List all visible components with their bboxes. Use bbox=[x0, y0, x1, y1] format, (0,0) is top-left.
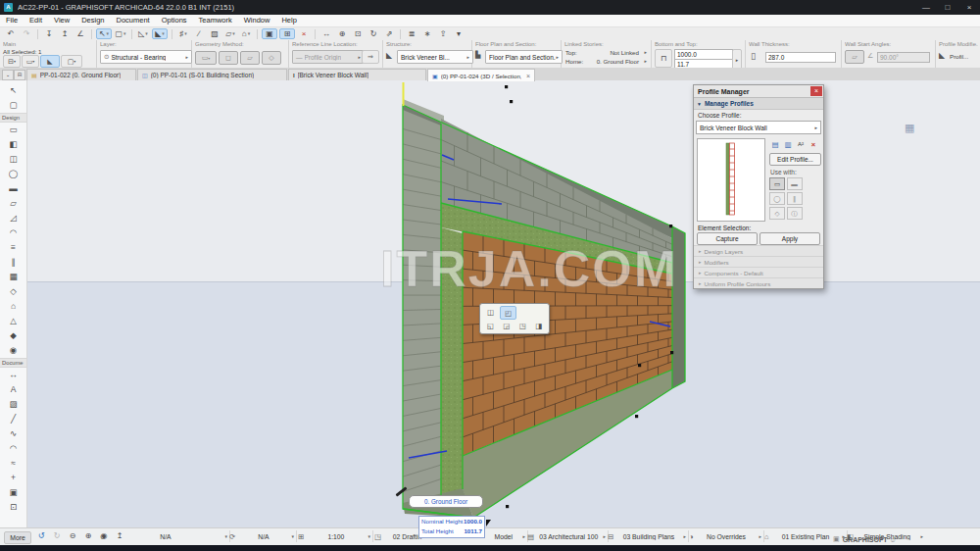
override-icon: ◑ bbox=[689, 532, 694, 541]
capture-button[interactable]: Capture bbox=[697, 232, 758, 245]
window-tool-icon[interactable]: ◫ bbox=[5, 153, 22, 166]
graphisoft-brand: ▣ GRAPHISOFT ☺ bbox=[833, 535, 897, 543]
manage-profiles-section[interactable]: ▼ Manage Profiles bbox=[694, 98, 823, 110]
dimension-tool-icon[interactable]: ↔ bbox=[5, 369, 22, 381]
toolbox: ↖▢ Design ▭◧◫◯▬▱◿◠≡∥▦◇⌂△◆◉ Docume ↔A▨╱∿◠… bbox=[0, 80, 27, 527]
layer-combination-dropdown[interactable]: ▤ 03 Architectural 100▸ bbox=[525, 530, 609, 542]
duplicate-profile-icon[interactable]: ▥ bbox=[782, 139, 794, 150]
new-profile-icon[interactable]: ▤ bbox=[769, 139, 781, 150]
back-icon[interactable]: ↺ bbox=[34, 530, 48, 541]
stretch-icon[interactable]: ◫ bbox=[483, 306, 498, 318]
zone-tool-icon[interactable]: ⌂ bbox=[5, 300, 22, 313]
object-tool-icon[interactable]: ◆ bbox=[5, 329, 22, 342]
text-tool-icon[interactable]: A bbox=[5, 383, 22, 396]
magnifier-icon: ⊙ bbox=[100, 532, 106, 541]
profile-preview bbox=[697, 138, 765, 222]
tracker-value: 1000.0 bbox=[464, 517, 482, 526]
tracker-value: 1011.7 bbox=[464, 526, 482, 536]
more-button[interactable]: More bbox=[4, 531, 31, 544]
mirror-icon[interactable]: ◲ bbox=[500, 320, 514, 331]
slab-tool-icon[interactable]: ▱ bbox=[5, 197, 22, 210]
fill-tool-icon[interactable]: ▨ bbox=[5, 398, 22, 411]
3d-tab-icon: ▣ bbox=[432, 73, 438, 79]
model-paper-dropdown[interactable]: Model▸ bbox=[484, 530, 528, 542]
other-icon[interactable]: ◇ bbox=[769, 207, 785, 220]
move-icon[interactable]: ◰ bbox=[500, 306, 516, 320]
orientation-dropdown[interactable]: ⟳ N/A▾ bbox=[227, 530, 297, 542]
chevron-down-icon: ▼ bbox=[697, 101, 702, 107]
scale-icon: ⊞ bbox=[298, 532, 304, 541]
profile-manager-header[interactable]: Profile Manager × bbox=[694, 85, 823, 98]
column-tool-icon[interactable]: ◯ bbox=[5, 168, 22, 180]
pen-icon: ◳ bbox=[374, 532, 381, 541]
pm-section-components-default[interactable]: ▸Components - Default bbox=[694, 267, 823, 277]
3d-wall-model[interactable]: ITRJA.COM bbox=[0, 0, 980, 551]
info-icon[interactable]: ⓘ bbox=[787, 207, 803, 220]
pm-section-uniform-profile-contours[interactable]: ▸Uniform Profile Contours bbox=[694, 277, 823, 288]
cursor-icon bbox=[486, 520, 491, 526]
drawing-tool-icon[interactable]: ⊡ bbox=[5, 501, 22, 514]
pen-sets-dropdown[interactable]: ⊟ 03 Building Plans▸ bbox=[606, 530, 689, 542]
zoom-in-icon[interactable]: ⊕ bbox=[81, 530, 95, 541]
tab-3d-view[interactable]: ▣ (0) PP-01-024 (3D / Selection, Story 0… bbox=[427, 69, 535, 81]
tab-close-icon[interactable]: × bbox=[526, 73, 530, 79]
renovation-icon: ⌂ bbox=[764, 532, 769, 541]
shell-tool-icon[interactable]: ◠ bbox=[5, 226, 22, 239]
bottom-strip bbox=[0, 545, 980, 551]
railing-icon[interactable]: ∥ bbox=[787, 192, 803, 205]
beam-tool-icon[interactable]: ▬ bbox=[5, 182, 22, 195]
zoom-out-icon[interactable]: ⊖ bbox=[66, 530, 79, 541]
pm-section-design-layers[interactable]: ▸Design Layers bbox=[694, 245, 823, 256]
column-icon[interactable]: ◯ bbox=[769, 192, 785, 205]
page-icon: ▣ bbox=[833, 535, 840, 543]
apply-button[interactable]: Apply bbox=[760, 232, 820, 245]
pm-section-modifiers[interactable]: ▸Modifiers bbox=[694, 256, 823, 267]
mesh-tool-icon[interactable]: △ bbox=[5, 315, 22, 327]
rotate-icon[interactable]: ◱ bbox=[483, 320, 498, 331]
quick-zoom-dropdown[interactable]: ⊙ N/A▾ bbox=[98, 530, 230, 542]
multiply-icon[interactable]: ◨ bbox=[532, 320, 547, 331]
tracker-label: Total Height bbox=[421, 526, 454, 536]
marquee-select-icon[interactable]: ▢ bbox=[5, 99, 22, 112]
lamp-tool-icon[interactable]: ◉ bbox=[5, 344, 22, 357]
palette-close-icon[interactable]: × bbox=[810, 86, 822, 96]
smiley-icon: ☺ bbox=[890, 536, 897, 543]
roof-tool-icon[interactable]: ◿ bbox=[5, 212, 22, 225]
tracker-popup: Nominal Height1000.0 Total Height1011.7 bbox=[418, 516, 485, 538]
chevron-right-icon: ▸ bbox=[814, 125, 817, 130]
profile-manager-palette: Profile Manager × ▼ Manage Profiles Choo… bbox=[693, 84, 824, 289]
curtain-wall-tool-icon[interactable]: ▦ bbox=[5, 271, 22, 283]
railing-tool-icon[interactable]: ∥ bbox=[5, 256, 22, 269]
rename-profile-icon[interactable]: A² bbox=[795, 139, 807, 150]
hotspot-tool-icon[interactable]: + bbox=[5, 472, 22, 484]
profile-dropdown[interactable]: Brick Veneer Block Wall▸ bbox=[696, 121, 821, 134]
door-tool-icon[interactable]: ◧ bbox=[5, 138, 22, 151]
delete-profile-icon[interactable]: × bbox=[808, 139, 819, 150]
forward-icon[interactable]: ↻ bbox=[50, 530, 64, 541]
stair-tool-icon[interactable]: ≡ bbox=[5, 241, 22, 254]
watermark-text: ITRJA.COM bbox=[380, 240, 678, 297]
arrow-select-icon[interactable]: ↖ bbox=[5, 84, 22, 97]
layers-icon: ▤ bbox=[527, 532, 534, 541]
grid-rotate-icon[interactable]: ▦ bbox=[905, 122, 914, 134]
wall-icon[interactable]: ▭ bbox=[769, 177, 785, 190]
toolbox-document-label: Docume bbox=[0, 358, 26, 368]
graphic-override-dropdown[interactable]: ◑ No Overrides▸ bbox=[687, 530, 764, 542]
figure-tool-icon[interactable]: ▣ bbox=[5, 486, 22, 499]
profile-manager-title: Profile Manager bbox=[694, 88, 750, 95]
use-with-label: Use with: bbox=[770, 169, 797, 175]
wall-tool-icon[interactable]: ▭ bbox=[5, 124, 22, 136]
elevate-icon[interactable]: ◳ bbox=[515, 320, 530, 331]
arc-tool-icon[interactable]: ◠ bbox=[5, 442, 22, 455]
spline-tool-icon[interactable]: ≈ bbox=[5, 457, 22, 470]
polyline-tool-icon[interactable]: ∿ bbox=[5, 427, 22, 440]
beam-icon[interactable]: ▬ bbox=[787, 177, 803, 190]
story-flag[interactable]: 0. Ground Floor bbox=[409, 495, 483, 508]
morph-tool-icon[interactable]: ◇ bbox=[5, 285, 22, 298]
edit-profile-button[interactable]: Edit Profile... bbox=[769, 153, 821, 166]
line-tool-icon[interactable]: ╱ bbox=[5, 413, 22, 426]
toolbox-design-label: Design bbox=[0, 113, 26, 123]
tracker-label: Nominal Height bbox=[421, 517, 463, 526]
scale-dropdown[interactable]: ⊞ 1:100▾ bbox=[296, 530, 373, 542]
orbit-icon: ⟳ bbox=[229, 532, 235, 541]
